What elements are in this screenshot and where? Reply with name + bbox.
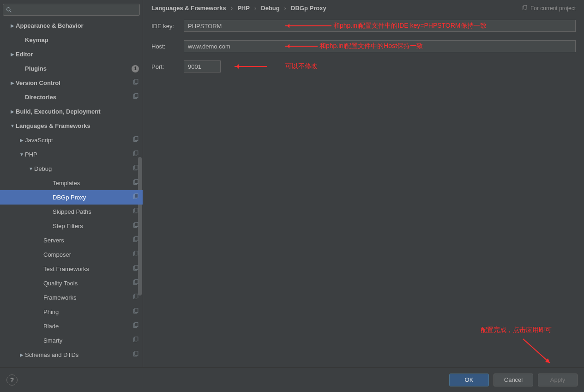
search-box[interactable] (3, 4, 140, 16)
dialog-footer: 配置完成，点击应用即可 ? OK Cancel Apply (0, 367, 584, 392)
tree-item-templates[interactable]: Templates (0, 176, 143, 190)
tree-item-schemas-and-dtds[interactable]: ▶Schemas and DTDs (0, 348, 143, 362)
svg-point-0 (7, 7, 10, 11)
copy-icon (132, 79, 139, 87)
svg-rect-9 (135, 151, 138, 155)
svg-rect-7 (135, 137, 138, 141)
tree-item-javascript[interactable]: ▶JavaScript (0, 133, 143, 147)
svg-rect-3 (135, 79, 138, 84)
breadcrumb: Languages & Frameworks›PHP›Debug›DBGp Pr… (151, 5, 326, 12)
tree-item-keymap[interactable]: Keymap (0, 33, 143, 47)
chevron-right-icon: ▶ (9, 52, 16, 57)
copy-icon (132, 179, 139, 187)
tree-item-languages-frameworks[interactable]: ▼Languages & Frameworks (0, 119, 143, 133)
chevron-right-icon: › (231, 5, 233, 12)
tree-item-debug[interactable]: ▼Debug (0, 162, 143, 176)
tree-item-label: JavaScript (25, 137, 132, 144)
tree-item-label: Languages & Frameworks (16, 122, 139, 129)
chevron-down-icon: ▼ (18, 152, 25, 157)
tree-item-composer[interactable]: Composer (0, 247, 143, 262)
tree-item-label: Editor (16, 51, 139, 58)
ide-key-input[interactable] (184, 20, 576, 32)
svg-rect-29 (135, 294, 138, 298)
copy-icon (132, 165, 139, 173)
apply-button[interactable]: Apply (538, 374, 578, 386)
search-icon (6, 7, 12, 13)
tree-item-editor[interactable]: ▶Editor (0, 47, 143, 61)
svg-line-1 (10, 11, 11, 12)
tree-item-label: Phing (43, 308, 132, 315)
svg-rect-13 (135, 180, 138, 184)
tree-item-directories[interactable]: Directories (0, 90, 143, 104)
chevron-right-icon: ▶ (9, 23, 16, 28)
tree-item-label: Debug (34, 165, 132, 172)
tree-item-build-execution-deployment[interactable]: ▶Build, Execution, Deployment (0, 104, 143, 119)
tree-item-quality-tools[interactable]: Quality Tools (0, 276, 143, 290)
copy-icon (132, 265, 139, 273)
copy-icon (132, 308, 139, 316)
chevron-right-icon: › (284, 5, 286, 12)
tree-item-plugins[interactable]: Plugins1 (0, 61, 143, 76)
svg-rect-15 (135, 194, 138, 198)
svg-rect-27 (135, 280, 138, 284)
tree-item-label: Keymap (25, 36, 139, 43)
content-panel: Languages & Frameworks›PHP›Debug›DBGp Pr… (143, 0, 584, 367)
tree-item-label: Plugins (25, 65, 132, 72)
svg-rect-17 (135, 208, 138, 212)
copy-icon (132, 93, 139, 101)
tree-item-step-filters[interactable]: Step Filters (0, 219, 143, 233)
copy-icon (132, 193, 139, 201)
port-input[interactable] (184, 60, 221, 72)
tree-item-smarty[interactable]: Smarty (0, 333, 143, 348)
breadcrumb-item[interactable]: Languages & Frameworks (151, 5, 226, 12)
svg-rect-25 (135, 265, 138, 270)
copy-icon (132, 151, 139, 158)
copy-icon (132, 251, 139, 259)
cancel-button[interactable]: Cancel (494, 374, 533, 386)
tree-item-dbgp-proxy[interactable]: DBGp Proxy (0, 190, 143, 205)
tree-item-label: PHP (25, 151, 132, 158)
breadcrumb-item[interactable]: PHP (237, 5, 250, 12)
copy-icon (132, 351, 139, 359)
copy-icon (522, 5, 528, 11)
svg-rect-23 (135, 251, 138, 255)
annotation-port: 可以不修改 (285, 62, 318, 71)
tree-item-servers[interactable]: Servers (0, 233, 143, 247)
help-button[interactable]: ? (6, 374, 18, 386)
tree-item-label: Skipped Paths (53, 208, 132, 215)
tree-item-phing[interactable]: Phing (0, 305, 143, 319)
tree-item-label: Step Filters (53, 223, 132, 229)
tree-item-version-control[interactable]: ▶Version Control (0, 76, 143, 90)
svg-rect-21 (135, 237, 138, 241)
breadcrumb-item[interactable]: Debug (261, 5, 279, 12)
chevron-down-icon: ▼ (28, 166, 34, 171)
svg-rect-35 (135, 337, 138, 341)
tree-item-frameworks[interactable]: Frameworks (0, 290, 143, 305)
update-badge: 1 (132, 65, 139, 72)
host-input[interactable] (184, 40, 576, 52)
chevron-right-icon: ▶ (9, 109, 16, 114)
project-scope-label: For current project (522, 5, 576, 12)
ide-key-label: IDE key: (151, 23, 184, 30)
search-input[interactable] (15, 6, 137, 13)
tree-item-appearance-behavior[interactable]: ▶Appearance & Behavior (0, 18, 143, 33)
svg-rect-39 (524, 6, 527, 9)
port-label: Port: (151, 63, 184, 70)
copy-icon (132, 136, 139, 144)
tree-item-label: Servers (43, 237, 132, 244)
tree-item-php[interactable]: ▼PHP (0, 147, 143, 162)
tree-item-label: Directories (25, 94, 132, 101)
tree-item-label: Test Frameworks (43, 265, 132, 272)
tree-item-skipped-paths[interactable]: Skipped Paths (0, 205, 143, 219)
tree-item-test-frameworks[interactable]: Test Frameworks (0, 262, 143, 276)
svg-rect-19 (135, 223, 138, 227)
copy-icon (132, 236, 139, 244)
tree-item-label: Schemas and DTDs (25, 351, 132, 358)
tree-item-blade[interactable]: Blade (0, 319, 143, 333)
breadcrumb-item: DBGp Proxy (291, 5, 326, 12)
host-label: Host: (151, 43, 184, 50)
ok-button[interactable]: OK (449, 374, 489, 386)
tree-item-label: Templates (53, 180, 132, 187)
tree-item-label: Frameworks (43, 294, 132, 301)
tree-item-label: Quality Tools (43, 280, 132, 287)
